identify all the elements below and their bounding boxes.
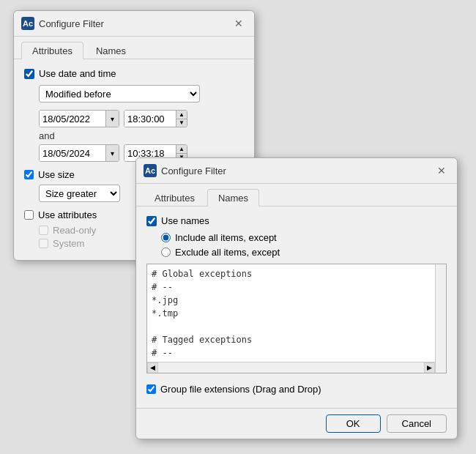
date-input-2[interactable]: ▾	[39, 144, 119, 162]
system-label: System	[53, 238, 84, 249]
use-names-label: Use names	[161, 215, 209, 226]
dialog2-titlebar: Ac Configure Filter ✕	[136, 158, 457, 184]
readonly-label: Read-only	[53, 225, 96, 236]
close-button-1[interactable]: ✕	[231, 15, 247, 31]
dialog2-title: Configure Filter	[161, 165, 429, 176]
vertical-scrollbar[interactable]	[435, 264, 446, 373]
cancel-button[interactable]: Cancel	[387, 414, 447, 433]
modified-before-select[interactable]: Modified before Modified after Created b…	[39, 85, 200, 103]
time-up-1[interactable]: ▲	[176, 111, 187, 119]
include-radio[interactable]	[161, 233, 171, 242]
time-field-1[interactable]	[124, 111, 176, 127]
close-button-2[interactable]: ✕	[434, 163, 450, 179]
dialog-configure-filter-2: Ac Configure Filter ✕ Attributes Names U…	[135, 157, 458, 439]
date-field-1[interactable]	[40, 111, 105, 127]
time-down-1[interactable]: ▼	[176, 119, 187, 127]
and-label: and	[39, 130, 244, 141]
include-radio-row: Include all items, except	[161, 232, 447, 243]
exclude-label: Exclude all items, except	[175, 247, 280, 258]
use-datetime-row: Use date and time	[24, 68, 244, 79]
scroll-right-arrow[interactable]: ▶	[424, 362, 435, 373]
time-spinner-1: ▲ ▼	[176, 111, 187, 127]
date-input-1[interactable]: ▾	[39, 110, 119, 127]
use-attributes-checkbox[interactable]	[24, 210, 34, 220]
time-up-2[interactable]: ▲	[176, 145, 187, 154]
exclude-radio-row: Exclude all items, except	[161, 247, 447, 258]
time-input-1[interactable]: ▲ ▼	[124, 110, 187, 127]
dialog2-footer: OK Cancel	[136, 408, 457, 439]
dialog1-titlebar: Ac Configure Filter ✕	[14, 11, 254, 37]
scroll-left-arrow[interactable]: ◀	[147, 362, 158, 373]
tab-attributes-2[interactable]: Attributes	[144, 189, 206, 206]
horizontal-scrollbar[interactable]: ◀ ▶	[147, 362, 435, 373]
use-datetime-checkbox[interactable]	[24, 69, 34, 79]
use-names-checkbox[interactable]	[146, 216, 157, 226]
use-size-label: Use size	[38, 169, 75, 180]
exclude-radio[interactable]	[161, 248, 171, 257]
readonly-checkbox[interactable]	[39, 226, 48, 235]
group-ext-checkbox[interactable]	[146, 384, 156, 394]
tab-names-1[interactable]: Names	[85, 42, 137, 59]
date-field-2[interactable]	[40, 145, 105, 161]
dialog2-tabs: Attributes Names	[136, 184, 457, 206]
app-icon-1: Ac	[21, 17, 34, 30]
include-label: Include all items, except	[175, 232, 277, 243]
dialog1-title: Configure Filter	[39, 18, 226, 29]
dialog1-tabs: Attributes Names	[14, 37, 254, 59]
use-size-checkbox[interactable]	[24, 170, 34, 179]
system-checkbox[interactable]	[39, 239, 48, 248]
datetime-dropdown-row: Modified before Modified after Created b…	[39, 85, 244, 103]
group-ext-row: Group file extensions (Drag and Drop)	[146, 379, 447, 399]
size-select[interactable]: Size greater Size less than Size equal t…	[39, 185, 120, 202]
use-datetime-label: Use date and time	[39, 68, 116, 79]
tab-names-2[interactable]: Names	[207, 189, 259, 206]
datetime-group: ▾ ▲ ▼ and ▾	[39, 110, 244, 162]
exceptions-area[interactable]: # Global exceptions # -- *.jpg *.tmp # T…	[146, 264, 447, 373]
date-dropdown-arrow-2[interactable]: ▾	[105, 145, 119, 161]
datetime-row-1: ▾ ▲ ▼	[39, 110, 244, 127]
use-attributes-label: Use attributes	[38, 209, 97, 220]
exceptions-content: # Global exceptions # -- *.jpg *.tmp # T…	[147, 264, 446, 373]
use-names-row: Use names	[146, 215, 447, 226]
group-ext-label: Group file extensions (Drag and Drop)	[160, 384, 321, 395]
date-dropdown-arrow-1[interactable]: ▾	[105, 111, 119, 127]
app-icon-2: Ac	[144, 164, 157, 177]
dialog2-content: Use names Include all items, except Excl…	[136, 206, 457, 408]
ok-button[interactable]: OK	[326, 414, 381, 433]
tab-attributes-1[interactable]: Attributes	[21, 42, 83, 59]
